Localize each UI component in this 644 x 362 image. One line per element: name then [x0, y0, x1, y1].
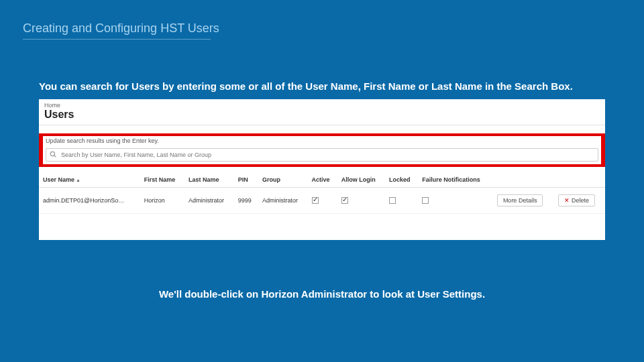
col-failure[interactable]: Failure Notifications	[418, 172, 493, 188]
sort-asc-icon: ▲	[76, 178, 80, 182]
close-icon: ✕	[564, 197, 570, 204]
table-row[interactable]: admin.DETP01@HorizonSo… Horizon Administ…	[39, 188, 605, 214]
failure-checkbox[interactable]	[422, 197, 429, 204]
svg-point-0	[50, 152, 54, 156]
allow-login-checkbox[interactable]	[341, 197, 348, 204]
search-wrap	[39, 145, 605, 166]
cell-active	[308, 188, 337, 214]
page-title: Users	[39, 109, 605, 125]
more-details-button[interactable]: More Details	[497, 194, 543, 206]
slide-title: Creating and Configuring HST Users	[23, 21, 219, 36]
col-active[interactable]: Active	[308, 172, 337, 188]
search-input[interactable]	[46, 148, 598, 162]
cell-delete: ✕Delete	[554, 188, 605, 214]
cell-failure	[418, 188, 493, 214]
search-highlight: Update search results using the Enter ke…	[39, 135, 605, 166]
search-icon	[50, 151, 56, 158]
cell-locked	[385, 188, 418, 214]
breadcrumb[interactable]: Home	[39, 99, 605, 109]
col-allow-login[interactable]: Allow Login	[337, 172, 385, 188]
col-user-name[interactable]: User Name▲	[39, 172, 140, 188]
delete-button[interactable]: ✕Delete	[558, 194, 595, 206]
col-user-name-label: User Name	[43, 176, 74, 183]
cell-pin: 9999	[234, 188, 258, 214]
cell-more: More Details	[493, 188, 554, 214]
cell-first-name: Horizon	[140, 188, 184, 214]
users-panel: Home Users + Update search results using…	[39, 99, 605, 240]
users-table: User Name▲ First Name Last Name PIN Grou…	[39, 172, 605, 214]
cell-allow-login	[337, 188, 385, 214]
title-underline	[23, 39, 211, 40]
active-checkbox[interactable]	[312, 197, 319, 204]
cell-user-name: admin.DETP01@HorizonSo…	[39, 188, 140, 214]
col-actions-1	[493, 172, 554, 188]
search-hint: Update search results using the Enter ke…	[39, 135, 605, 145]
col-pin[interactable]: PIN	[234, 172, 258, 188]
svg-line-1	[54, 156, 56, 158]
cell-group: Administrator	[258, 188, 308, 214]
col-first-name[interactable]: First Name	[140, 172, 184, 188]
col-locked[interactable]: Locked	[385, 172, 418, 188]
locked-checkbox[interactable]	[389, 197, 396, 204]
caption-text: We'll double-click on Horizon Administra…	[0, 288, 644, 300]
col-actions-2	[554, 172, 605, 188]
col-group[interactable]: Group	[258, 172, 308, 188]
cell-last-name: Administrator	[184, 188, 234, 214]
table-header-row: User Name▲ First Name Last Name PIN Grou…	[39, 172, 605, 188]
instruction-text: You can search for Users by entering som…	[39, 80, 573, 92]
col-last-name[interactable]: Last Name	[184, 172, 234, 188]
delete-label: Delete	[572, 197, 589, 204]
